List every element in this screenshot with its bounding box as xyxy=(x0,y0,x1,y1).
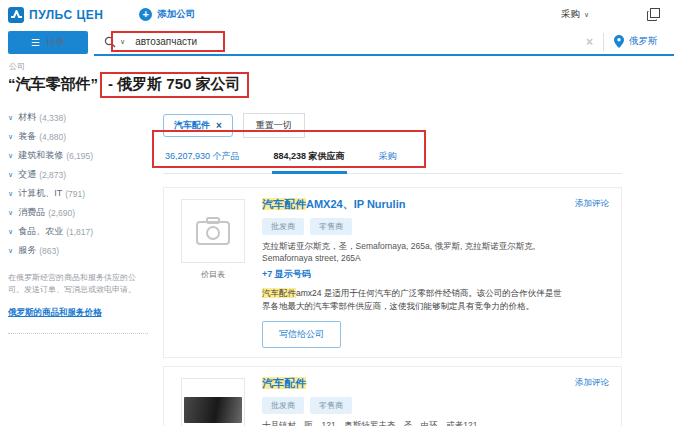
procurement-dropdown[interactable]: 采购 ∨ xyxy=(561,8,589,21)
page-title-result-count: - 俄罗斯 750 家公司 xyxy=(108,75,241,92)
category-label: 建筑和装修 xyxy=(18,149,63,162)
sidebar-item-transport[interactable]: ∨交通(2,873) xyxy=(8,165,154,184)
badge-retailer: 零售商 xyxy=(310,397,352,414)
tab-suppliers[interactable]: 884,238 家供应商 xyxy=(272,145,347,174)
chevron-down-icon: ∨ xyxy=(8,114,13,122)
sidebar-item-food-agriculture[interactable]: ∨食品、农业(1,817) xyxy=(8,222,154,241)
search-scope-dropdown[interactable]: ∨ xyxy=(104,36,125,48)
company-address: 克拉斯诺亚尔斯克，圣，Semafornaya, 265a, 俄罗斯, 克拉斯诺亚… xyxy=(262,241,567,263)
divider xyxy=(8,333,148,334)
search-term-highlight: 汽车配件 xyxy=(262,377,306,389)
company-photo[interactable] xyxy=(181,378,245,426)
category-count: (2,873) xyxy=(39,170,66,180)
search-input[interactable] xyxy=(135,36,576,47)
sidebar-item-equipment[interactable]: ∨装备(4,880) xyxy=(8,127,154,146)
company-badges: 批发商 零售商 xyxy=(262,218,567,235)
badge-retailer: 零售商 xyxy=(310,218,352,235)
category-sidebar: ∨材料(4,338) ∨装备(4,880) ∨建筑和装修(6,195) ∨交通(… xyxy=(8,108,154,334)
top-bar: ПУЛЬС ЦЕН + 添加公司 采购 ∨ xyxy=(0,0,674,29)
category-label: 服务 xyxy=(18,244,36,257)
filter-chips-row: 汽车配件 × 重置一切 xyxy=(163,113,622,138)
hamburger-icon: ☰ xyxy=(31,37,40,48)
company-info: 汽车配件 批发商 零售商 十月镇村，呃，121，奥斯特罗夫齐，圣，中环，或者12… xyxy=(252,376,611,426)
category-count: (4,880) xyxy=(39,132,66,142)
logo-text: ПУЛЬС ЦЕН xyxy=(29,8,103,22)
chevron-down-icon: ∨ xyxy=(8,228,13,236)
sidebar-item-computers-it[interactable]: ∨计算机、IT(791) xyxy=(8,184,154,203)
company-description-rest: amx24 是适用于任何汽车的广泛零部件经销商。该公司的合作伙伴是世界各地最大的… xyxy=(262,288,562,311)
company-card: 价目表 汽车配件AMX24、IP Nurulin 批发商 零售商 克拉斯诺亚尔斯… xyxy=(163,187,622,358)
remove-filter-icon[interactable]: × xyxy=(216,120,222,131)
category-count: (1,817) xyxy=(66,227,93,237)
add-company-button[interactable]: + 添加公司 xyxy=(139,8,195,21)
show-phone-link[interactable]: +7 显示号码 xyxy=(262,268,567,281)
sidebar-item-services[interactable]: ∨服务(863) xyxy=(8,241,154,260)
category-count: (4,338) xyxy=(39,113,66,123)
chevron-down-icon: ∨ xyxy=(584,11,589,19)
region-label: 俄罗斯 xyxy=(629,35,658,48)
chevron-down-icon: ∨ xyxy=(8,152,13,160)
filter-chip-label: 汽车配件 xyxy=(174,119,210,132)
chevron-down-icon: ∨ xyxy=(8,247,13,255)
chevron-down-icon: ∨ xyxy=(8,133,13,141)
procurement-label: 采购 xyxy=(561,8,580,21)
category-count: (6,195) xyxy=(66,151,93,161)
company-card: 价目表 汽车配件 批发商 零售商 十月镇村，呃，121，奥斯特罗夫齐，圣，中环，… xyxy=(163,366,622,426)
category-count: (2,690) xyxy=(48,208,75,218)
copy-icon[interactable] xyxy=(647,8,660,21)
breadcrumb: 公司 xyxy=(9,61,25,72)
company-thumb-column: 价目表 xyxy=(174,197,252,348)
write-to-company-button[interactable]: 写信给公司 xyxy=(262,321,341,348)
company-photo-placeholder[interactable] xyxy=(181,199,245,263)
chevron-down-icon: ∨ xyxy=(120,38,125,46)
location-pin-icon xyxy=(614,35,624,48)
price-list-link[interactable]: 价目表 xyxy=(174,269,252,280)
sidebar-item-construction[interactable]: ∨建筑和装修(6,195) xyxy=(8,146,154,165)
search-row: ☰ 目录 ∨ × 俄罗斯 xyxy=(0,29,674,56)
sidebar-item-consumer-goods[interactable]: ∨消费品(2,690) xyxy=(8,203,154,222)
company-title-rest: AMX24、IP Nurulin xyxy=(306,198,405,210)
annotation-box-title: - 俄罗斯 750 家公司 xyxy=(100,72,249,98)
company-title-link[interactable]: 汽车配件 xyxy=(262,376,567,391)
category-label: 计算机、IT xyxy=(18,187,62,200)
catalog-button[interactable]: ☰ 目录 xyxy=(8,31,88,54)
logo[interactable]: ПУЛЬС ЦЕН xyxy=(8,7,103,23)
category-count: (791) xyxy=(65,189,85,199)
category-count: (863) xyxy=(39,246,59,256)
company-list: 价目表 汽车配件AMX24、IP Nurulin 批发商 零售商 克拉斯诺亚尔斯… xyxy=(163,187,622,426)
chevron-down-icon: ∨ xyxy=(8,209,13,217)
category-label: 装备 xyxy=(18,130,36,143)
add-review-link[interactable]: 添加评论 xyxy=(575,377,609,389)
camera-icon xyxy=(196,217,230,245)
tab-procurement[interactable]: 采购 xyxy=(377,145,399,173)
filter-chip-auto-parts[interactable]: 汽车配件 × xyxy=(163,114,233,137)
category-label: 交通 xyxy=(18,168,36,181)
chevron-down-icon: ∨ xyxy=(8,171,13,179)
category-label: 材料 xyxy=(18,111,36,124)
company-title-link[interactable]: 汽车配件AMX24、IP Nurulin xyxy=(262,197,567,212)
sidebar-note: 在俄罗斯经营的商品和服务供应的公司。发送订单、写消息或致电申请。 xyxy=(8,272,148,297)
search-icon xyxy=(104,36,116,48)
company-description: 汽车配件amx24 是适用于任何汽车的广泛零部件经销商。该公司的合作伙伴是世界各… xyxy=(262,287,567,313)
search-term-highlight: 汽车配件 xyxy=(262,198,306,210)
catalog-label: 目录 xyxy=(46,36,65,49)
clear-search-icon[interactable]: × xyxy=(586,35,593,49)
company-badges: 批发商 零售商 xyxy=(262,397,567,414)
car-part-photo xyxy=(184,397,242,423)
reset-all-button[interactable]: 重置一切 xyxy=(243,113,305,138)
sidebar-prices-link[interactable]: 俄罗斯的商品和服务价格 xyxy=(8,307,102,319)
results-tabs: 36,207,930 个产品 884,238 家供应商 采购 xyxy=(163,145,622,174)
tab-products[interactable]: 36,207,930 个产品 xyxy=(163,145,242,173)
add-company-label: 添加公司 xyxy=(157,8,195,21)
sidebar-item-materials[interactable]: ∨材料(4,338) xyxy=(8,108,154,127)
badge-wholesaler: 批发商 xyxy=(262,397,304,414)
region-selector[interactable]: 俄罗斯 xyxy=(604,35,674,48)
company-info: 汽车配件AMX24、IP Nurulin 批发商 零售商 克拉斯诺亚尔斯克，圣，… xyxy=(252,197,611,348)
search-bar: ∨ × 俄罗斯 xyxy=(94,29,674,56)
category-label: 消费品 xyxy=(18,206,45,219)
pulse-logo-icon xyxy=(8,7,24,23)
page-title-query: “汽车零部件” xyxy=(8,75,98,92)
add-review-link[interactable]: 添加评论 xyxy=(575,198,609,210)
plus-icon: + xyxy=(139,8,152,21)
search-term-highlight: 汽车配件 xyxy=(262,288,296,298)
